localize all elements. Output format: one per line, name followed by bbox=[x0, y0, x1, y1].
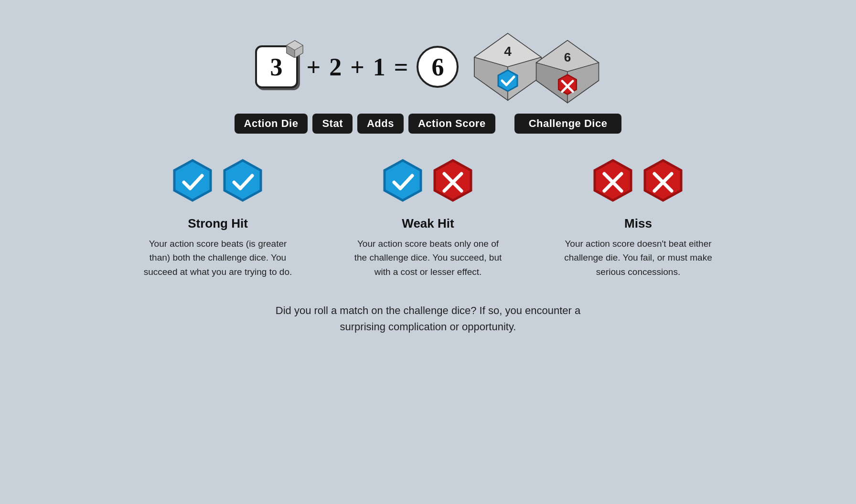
strong-hit-dice bbox=[168, 158, 268, 208]
miss-desc: Your action score doesn't beat either ch… bbox=[562, 237, 715, 279]
adds-label: Adds bbox=[357, 114, 404, 134]
labels-row: Action Die Stat Adds Action Score Challe… bbox=[235, 114, 622, 134]
svg-marker-20 bbox=[225, 160, 261, 200]
cube-3d-icon bbox=[286, 40, 304, 58]
stat-label: Stat bbox=[312, 114, 353, 134]
weak-hit-dice bbox=[378, 158, 478, 208]
svg-text:4: 4 bbox=[504, 44, 512, 59]
weak-hit-title: Weak Hit bbox=[402, 216, 454, 231]
weak-hit-die-1 bbox=[378, 158, 428, 208]
svg-marker-21 bbox=[385, 160, 421, 200]
challenge-dice-label: Challenge Dice bbox=[514, 114, 622, 134]
miss-die-2 bbox=[638, 158, 688, 208]
action-score-circle: 6 bbox=[417, 46, 459, 88]
action-die-label: Action Die bbox=[235, 114, 308, 134]
weak-hit-card: Weak Hit Your action score beats only on… bbox=[342, 158, 514, 279]
action-score-label: Action Score bbox=[408, 114, 495, 134]
formula-row: 3 + 2 + 1 = 6 4 bbox=[255, 29, 601, 105]
outcomes-section: Strong Hit Your action score beats (is g… bbox=[94, 158, 762, 279]
svg-text:6: 6 bbox=[564, 50, 571, 64]
strong-hit-die-1 bbox=[168, 158, 218, 208]
equals-op: = bbox=[394, 53, 408, 81]
strong-hit-title: Strong Hit bbox=[188, 216, 248, 231]
miss-die-1 bbox=[588, 158, 638, 208]
adds-value: 1 bbox=[373, 53, 385, 81]
formula-section: 3 + 2 + 1 = 6 4 bbox=[235, 29, 622, 134]
die-value: 3 bbox=[270, 53, 283, 81]
footer-text: Did you roll a match on the challenge di… bbox=[276, 303, 580, 335]
challenge-die-1: 4 bbox=[472, 31, 544, 103]
miss-title: Miss bbox=[624, 216, 652, 231]
strong-hit-die-2 bbox=[218, 158, 268, 208]
action-score-value: 6 bbox=[431, 53, 444, 81]
challenge-die-2: 6 bbox=[534, 38, 601, 105]
weak-hit-die-2 bbox=[428, 158, 478, 208]
footer-line1: Did you roll a match on the challenge di… bbox=[276, 304, 580, 316]
action-die-cube: 3 bbox=[255, 45, 298, 88]
strong-hit-card: Strong Hit Your action score beats (is g… bbox=[132, 158, 304, 279]
miss-card: Miss Your action score doesn't beat eith… bbox=[552, 158, 724, 279]
stat-value: 2 bbox=[329, 53, 342, 81]
challenge-dice-area: 4 6 bbox=[472, 29, 601, 105]
plus-op-2: + bbox=[350, 53, 364, 81]
miss-dice bbox=[588, 158, 688, 208]
plus-op-1: + bbox=[307, 53, 321, 81]
weak-hit-desc: Your action score beats only one of the … bbox=[352, 237, 504, 279]
footer-line2: surprising complication or opportunity. bbox=[340, 321, 516, 333]
strong-hit-desc: Your action score beats (is greater than… bbox=[141, 237, 294, 279]
